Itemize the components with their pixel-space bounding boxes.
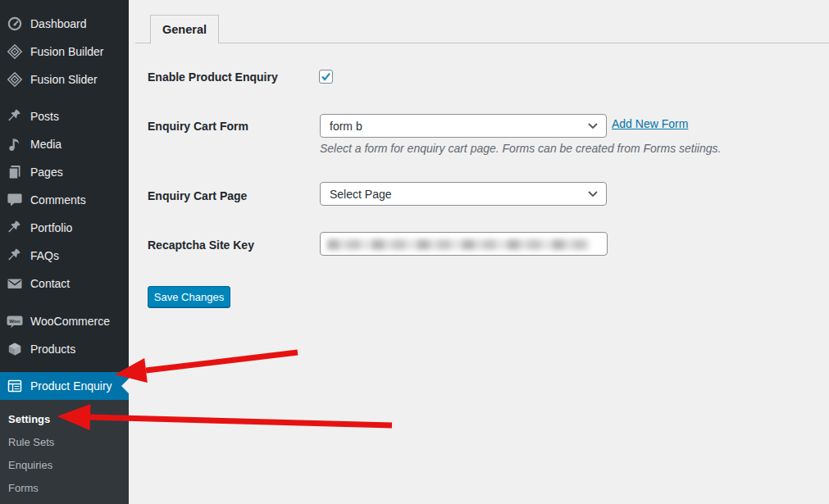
sidebar-item-label: Product Enquiry xyxy=(30,379,112,393)
enquiry-cart-page-select[interactable]: Select Page xyxy=(320,182,607,206)
selected-page-value: Select Page xyxy=(330,188,392,201)
pushpin-icon xyxy=(7,247,23,264)
submenu-item-label: Rule Sets xyxy=(8,436,54,448)
sidebar-item-label: Portfolio xyxy=(30,221,72,234)
sidebar-item-label: Posts xyxy=(30,110,59,123)
wordpress-admin-screen: Dashboard Fusion Builder Fusion Slider xyxy=(0,0,829,504)
sidebar-item-dashboard[interactable]: Dashboard xyxy=(0,10,129,38)
sidebar-item-label: Dashboard xyxy=(30,17,87,30)
recaptcha-site-key-input[interactable] xyxy=(320,232,608,256)
menu-separator xyxy=(0,297,129,307)
menu-separator xyxy=(0,93,129,102)
admin-menu: Dashboard Fusion Builder Fusion Slider xyxy=(0,0,129,400)
recaptcha-site-key-label: Recaptcha Site Key xyxy=(148,238,254,252)
save-changes-button[interactable]: Save Changes xyxy=(148,286,230,308)
checkmark-icon xyxy=(321,71,331,82)
sidebar-item-fusion-slider[interactable]: Fusion Slider xyxy=(0,66,129,93)
admin-sidebar: Dashboard Fusion Builder Fusion Slider xyxy=(0,0,129,504)
submenu-item-label: Forms xyxy=(8,482,39,494)
sidebar-item-label: WooCommerce xyxy=(30,315,110,328)
submenu-item-label: Enquiries xyxy=(8,459,52,471)
sidebar-item-label: Products xyxy=(30,343,75,356)
submenu-item-enquiries[interactable]: Enquiries xyxy=(0,453,129,476)
avada-icon xyxy=(7,71,23,88)
enquiry-cart-page-label: Enquiry Cart Page xyxy=(148,189,247,202)
sidebar-item-posts[interactable]: Posts xyxy=(0,102,129,130)
sidebar-item-faqs[interactable]: FAQs xyxy=(0,242,129,270)
sidebar-item-label: Contact xyxy=(30,277,70,290)
sidebar-item-label: Pages xyxy=(30,166,63,179)
sidebar-item-label: Comments xyxy=(30,193,86,207)
pushpin-icon xyxy=(7,108,23,125)
sidebar-item-media[interactable]: Media xyxy=(0,130,129,158)
music-note-icon xyxy=(7,136,23,152)
sidebar-item-label: Fusion Builder xyxy=(30,45,104,58)
sidebar-item-pages[interactable]: Pages xyxy=(0,158,129,186)
cube-icon xyxy=(7,341,23,357)
avada-icon xyxy=(7,43,23,60)
tab-general[interactable]: General xyxy=(150,15,219,43)
add-new-form-link[interactable]: Add New Form xyxy=(612,117,688,130)
menu-separator xyxy=(0,363,129,372)
tab-label: General xyxy=(162,23,207,36)
dashboard-icon xyxy=(7,16,23,32)
submenu-item-label: Settings xyxy=(8,413,50,425)
enable-product-enquiry-checkbox[interactable] xyxy=(319,70,333,84)
sidebar-item-label: Media xyxy=(30,138,61,151)
settings-content: General Enable Product Enquiry Enquiry C… xyxy=(129,0,829,504)
enquiry-cart-form-label: Enquiry Cart Form xyxy=(148,120,248,133)
form-table-icon xyxy=(7,378,23,394)
submenu-item-rule-sets[interactable]: Rule Sets xyxy=(0,430,129,453)
sidebar-item-product-enquiry[interactable]: Product Enquiry xyxy=(0,372,129,400)
sidebar-item-contact[interactable]: Contact xyxy=(0,270,129,297)
product-enquiry-submenu: Settings Rule Sets Enquiries Forms xyxy=(0,400,129,504)
woo-badge-icon: Woo xyxy=(7,313,23,329)
sidebar-item-products[interactable]: Products xyxy=(0,335,129,363)
pages-icon xyxy=(7,164,23,180)
obscured-key-value xyxy=(327,239,590,250)
sidebar-item-fusion-builder[interactable]: Fusion Builder xyxy=(0,38,129,66)
sidebar-item-comments[interactable]: Comments xyxy=(0,186,129,214)
tab-bar-divider xyxy=(135,43,829,43)
selected-form-value: form b xyxy=(330,120,362,133)
speech-bubble-icon xyxy=(7,192,23,208)
submenu-item-forms[interactable]: Forms xyxy=(0,476,129,499)
chevron-down-icon xyxy=(588,123,598,129)
chevron-down-icon xyxy=(588,191,598,198)
sidebar-item-label: Fusion Slider xyxy=(30,73,98,86)
sidebar-item-woocommerce[interactable]: Woo WooCommerce xyxy=(0,307,129,335)
sidebar-item-portfolio[interactable]: Portfolio xyxy=(0,214,129,242)
enquiry-cart-form-select[interactable]: form b xyxy=(320,114,607,138)
enable-product-enquiry-label: Enable Product Enquiry xyxy=(148,70,278,84)
svg-text:Woo: Woo xyxy=(9,318,20,324)
submenu-item-settings[interactable]: Settings xyxy=(0,407,129,430)
sidebar-item-label: FAQs xyxy=(30,249,59,262)
enquiry-cart-form-description: Select a form for enquiry cart page. For… xyxy=(320,142,721,155)
pushpin-icon xyxy=(7,220,23,236)
envelope-icon xyxy=(7,275,23,292)
